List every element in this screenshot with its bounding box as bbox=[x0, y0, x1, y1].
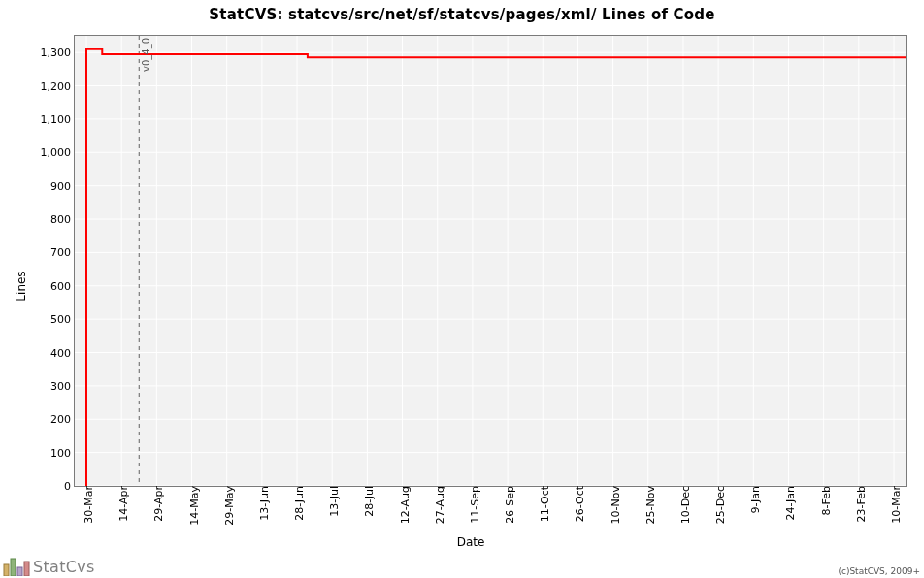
x-tick-label: 26-Sep bbox=[500, 486, 516, 524]
y-tick-label: 0 bbox=[64, 480, 75, 493]
vline-label: v0_4_0 bbox=[141, 38, 151, 72]
x-tick-label: 14-May bbox=[183, 486, 200, 526]
y-tick-label: 500 bbox=[50, 313, 75, 326]
svg-rect-54 bbox=[11, 559, 16, 576]
x-axis-label: Date bbox=[25, 535, 916, 549]
x-tick-label: 10-Mar bbox=[886, 486, 903, 524]
x-tick-label: 12-Aug bbox=[394, 486, 411, 524]
y-tick-label: 600 bbox=[50, 279, 75, 292]
svg-rect-55 bbox=[17, 567, 22, 576]
y-tick-label: 300 bbox=[50, 379, 75, 392]
x-tick-label: 27-Aug bbox=[429, 486, 446, 524]
x-tick-label: 30-Mar bbox=[79, 486, 95, 524]
logo-text: StatCvs bbox=[33, 558, 95, 576]
x-tick-label: 11-Oct bbox=[535, 486, 551, 522]
x-tick-label: 11-Sep bbox=[464, 486, 480, 524]
bar-chart-icon bbox=[2, 555, 31, 576]
y-tick-label: 1,300 bbox=[41, 47, 76, 59]
chart-container: Lines 01002003004005006007008009001,0001… bbox=[25, 27, 916, 545]
x-tick-label: 13-Jul bbox=[324, 486, 341, 517]
x-tick-label: 10-Nov bbox=[605, 486, 621, 524]
y-tick-label: 200 bbox=[50, 413, 75, 426]
chart-title: StatCVS: statcvs/src/net/sf/statcvs/page… bbox=[0, 0, 924, 23]
credit-text: (c)StatCVS, 2009+ bbox=[838, 566, 920, 576]
x-tick-label: 9-Jan bbox=[745, 486, 762, 514]
statcvs-logo: StatCvs bbox=[2, 555, 95, 576]
svg-rect-53 bbox=[4, 564, 9, 576]
x-tick-label: 28-Jun bbox=[289, 486, 306, 521]
y-tick-label: 1,200 bbox=[41, 80, 76, 92]
x-tick-label: 10-Dec bbox=[675, 486, 691, 524]
x-tick-label: 25-Dec bbox=[710, 486, 727, 524]
x-tick-label: 29-May bbox=[218, 486, 235, 526]
x-tick-label: 23-Feb bbox=[850, 486, 867, 522]
x-tick-label: 24-Jan bbox=[780, 486, 797, 521]
y-tick-label: 400 bbox=[50, 346, 75, 359]
svg-rect-56 bbox=[24, 562, 29, 576]
x-tick-label: 28-Jul bbox=[359, 486, 376, 517]
x-tick-label: 25-Nov bbox=[640, 486, 656, 524]
chart-svg bbox=[75, 36, 906, 486]
y-tick-label: 100 bbox=[50, 446, 75, 459]
y-tick-label: 700 bbox=[50, 246, 75, 259]
y-tick-label: 900 bbox=[50, 179, 75, 192]
x-tick-label: 14-Apr bbox=[114, 486, 130, 522]
x-tick-label: 26-Oct bbox=[570, 486, 586, 522]
y-axis-label: Lines bbox=[15, 271, 28, 301]
y-tick-label: 800 bbox=[50, 213, 75, 226]
x-tick-label: 8-Feb bbox=[815, 486, 832, 515]
plot-area: 01002003004005006007008009001,0001,1001,… bbox=[74, 35, 907, 487]
y-tick-label: 1,100 bbox=[41, 112, 76, 125]
y-tick-label: 1,000 bbox=[41, 146, 76, 159]
x-tick-label: 29-Apr bbox=[148, 486, 165, 522]
x-tick-label: 13-Jun bbox=[253, 486, 270, 521]
